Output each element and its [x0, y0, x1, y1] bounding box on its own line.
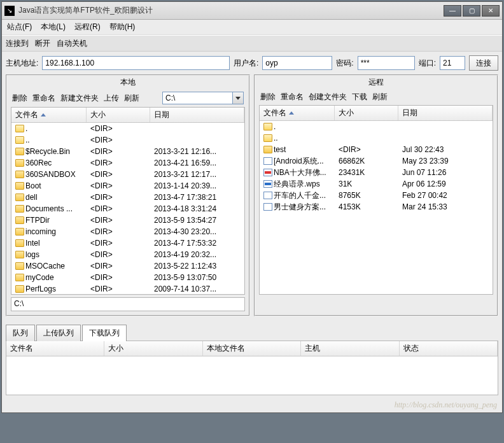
local-file-list: 文件名 大小 日期 .<DIR>..<DIR>$Recycle.Bin<DIR>…	[11, 107, 245, 295]
file-row[interactable]: 开车的人千金...8765KFeb 27 00:42	[260, 190, 493, 201]
file-row[interactable]: dell<DIR>2013-4-7 17:38:21	[11, 192, 244, 203]
queue-grid: 文件名 大小 本地文件名 主机 状态	[6, 341, 498, 395]
username-input[interactable]	[262, 56, 332, 70]
minimize-button[interactable]: —	[444, 5, 461, 17]
sort-asc-icon	[41, 113, 46, 116]
remote-refresh[interactable]: 刷新	[372, 92, 388, 102]
app-icon: ↘	[4, 6, 15, 16]
queue-columns: 文件名 大小 本地文件名 主机 状态	[6, 341, 498, 356]
folder-icon	[263, 146, 272, 153]
col-size[interactable]: 大小	[87, 108, 150, 122]
local-title: 本地	[7, 76, 249, 89]
menu-help[interactable]: 帮助(H)	[109, 22, 136, 32]
disconnect-button[interactable]: 断开	[35, 38, 50, 49]
drive-dropdown-icon[interactable]	[232, 92, 244, 104]
password-label: 密码:	[336, 58, 353, 69]
wps-icon	[263, 180, 272, 188]
remote-rows[interactable]: ...test<DIR>Jul 30 22:43[Android系统...668…	[260, 121, 493, 294]
qcol-filename[interactable]: 文件名	[6, 341, 104, 356]
drive-combo[interactable]	[162, 92, 244, 104]
col-filename[interactable]: 文件名	[260, 106, 335, 120]
remote-download[interactable]: 下载	[352, 92, 367, 102]
doc-icon	[263, 192, 272, 199]
tab-upload-queue[interactable]: 上传队列	[36, 325, 81, 341]
file-row[interactable]: 男士健身方案...4153KMar 24 15:33	[260, 201, 493, 213]
folder-icon	[15, 171, 24, 178]
file-row[interactable]: PerfLogs<DIR>2009-7-14 10:37...	[11, 283, 244, 294]
file-row[interactable]: FTPDir<DIR>2013-5-9 13:54:27	[11, 214, 244, 226]
file-row[interactable]: logs<DIR>2013-4-19 20:32...	[11, 249, 244, 260]
file-row[interactable]: [Android系统...66862KMay 23 23:39	[260, 155, 493, 167]
host-input[interactable]	[42, 56, 230, 70]
folder-icon	[15, 251, 24, 258]
host-label: 主机地址:	[6, 58, 38, 69]
connection-row: 主机地址: 用户名: 密码: 端口: 连接	[2, 52, 502, 74]
close-button[interactable]: ✕	[482, 5, 500, 17]
title-bar[interactable]: ↘ Java语言实现简单FTP软件_欧阳鹏设计 — ▢ ✕	[2, 2, 502, 20]
local-rows[interactable]: .<DIR>..<DIR>$Recycle.Bin<DIR>2013-3-21 …	[11, 123, 244, 294]
qcol-localname[interactable]: 本地文件名	[203, 341, 301, 356]
watermark: http://blog.csdn.net/ouyang_peng	[2, 399, 502, 412]
menu-site[interactable]: 站点(F)	[7, 22, 32, 32]
local-upload[interactable]: 上传	[104, 93, 119, 104]
qcol-status[interactable]: 状态	[400, 341, 498, 356]
remote-delete[interactable]: 删除	[260, 92, 276, 102]
file-row[interactable]: ..	[260, 132, 493, 144]
folder-icon	[15, 182, 24, 190]
maximize-button[interactable]: ▢	[463, 5, 480, 17]
menu-remote[interactable]: 远程(R)	[74, 22, 101, 32]
local-refresh[interactable]: 刷新	[124, 93, 139, 104]
port-input[interactable]	[440, 56, 465, 70]
file-row[interactable]: $Recycle.Bin<DIR>2013-3-21 12:16...	[11, 146, 244, 157]
doc-icon	[263, 203, 272, 211]
file-row[interactable]: 360SANDBOX<DIR>2013-3-21 12:17...	[11, 169, 244, 180]
file-row[interactable]: Intel<DIR>2013-4-7 17:53:32	[11, 237, 244, 249]
local-newfolder[interactable]: 新建文件夹	[60, 93, 99, 104]
file-row[interactable]: 经典语录.wps31KApr 06 12:59	[260, 178, 493, 190]
file-row[interactable]: MSOCache<DIR>2013-5-22 1:12:43	[11, 260, 244, 272]
folder-open-icon	[15, 136, 24, 144]
col-filename[interactable]: 文件名	[11, 108, 87, 122]
queue-body[interactable]	[6, 356, 498, 395]
remote-rename[interactable]: 重命名	[281, 92, 304, 102]
local-path[interactable]: C:\	[11, 297, 245, 311]
menu-bar: 站点(F) 本地(L) 远程(R) 帮助(H)	[2, 20, 502, 35]
folder-icon	[15, 148, 24, 155]
local-rename[interactable]: 重命名	[32, 93, 55, 104]
col-size[interactable]: 大小	[335, 106, 398, 120]
queue-tabs: 队列 上传队列 下载队列	[2, 320, 502, 341]
folder-icon	[15, 205, 24, 213]
file-row[interactable]: test<DIR>Jul 30 22:43	[260, 144, 493, 155]
qcol-host[interactable]: 主机	[301, 341, 399, 356]
password-input[interactable]	[358, 56, 415, 70]
folder-icon	[15, 228, 24, 236]
file-row[interactable]: incoming<DIR>2013-4-30 23:20...	[11, 226, 244, 237]
file-row[interactable]: 360Rec<DIR>2013-4-21 16:59...	[11, 157, 244, 169]
file-row[interactable]: .<DIR>	[11, 123, 244, 134]
file-row[interactable]: Boot<DIR>2013-1-14 20:39...	[11, 180, 244, 192]
file-row[interactable]: NBA十大拜佛...23431KJun 07 11:26	[260, 167, 493, 178]
tab-download-queue[interactable]: 下载队列	[82, 325, 127, 341]
local-toolbar: 删除 重命名 新建文件夹 上传 刷新	[7, 89, 249, 107]
file-row[interactable]: .	[260, 121, 493, 132]
remote-columns: 文件名 大小 日期	[260, 106, 493, 121]
remote-newfolder[interactable]: 创建文件夹	[309, 92, 347, 102]
col-date[interactable]: 日期	[150, 108, 244, 122]
menu-local[interactable]: 本地(L)	[41, 22, 66, 32]
qcol-size[interactable]: 大小	[104, 341, 202, 356]
drive-input[interactable]	[162, 92, 232, 104]
file-row[interactable]: ..<DIR>	[11, 134, 244, 146]
auto-shutdown-button[interactable]: 自动关机	[57, 38, 87, 49]
folder-icon	[15, 239, 24, 247]
connect-button[interactable]: 连接	[469, 55, 498, 71]
folder-icon	[15, 216, 24, 224]
file-row[interactable]: Documents ...<DIR>2013-4-18 3:31:24	[11, 203, 244, 214]
tab-queue[interactable]: 队列	[6, 325, 35, 341]
port-label: 端口:	[419, 58, 436, 69]
file-row[interactable]: myCode<DIR>2013-5-9 13:07:50	[11, 272, 244, 283]
connect-to-button[interactable]: 连接到	[6, 38, 29, 49]
folder-icon	[15, 159, 24, 167]
local-pane: 本地 删除 重命名 新建文件夹 上传 刷新 文件名 大小 日期 .<DIR>..…	[6, 74, 250, 316]
col-date[interactable]: 日期	[398, 106, 493, 120]
local-delete[interactable]: 删除	[12, 93, 27, 104]
